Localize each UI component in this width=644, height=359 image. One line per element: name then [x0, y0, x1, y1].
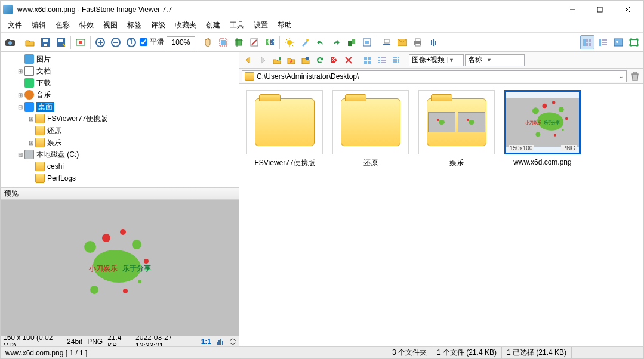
view-single-icon[interactable]	[611, 35, 625, 49]
view-list-icon[interactable]	[375, 54, 389, 67]
info-scale[interactable]: 1:1	[201, 338, 211, 346]
smooth-toggle[interactable]: 平滑	[140, 37, 165, 47]
app-icon	[3, 5, 13, 14]
folder-tree[interactable]: ·图片⊞文档·下载⊞音乐⊟桌面⊞FSViewer77便携版·还原⊞娱乐⊟本地磁盘…	[1, 52, 239, 188]
thumbnail-item[interactable]: 娱乐	[417, 90, 496, 168]
minimize-button[interactable]	[559, 1, 586, 18]
close-button[interactable]	[614, 1, 641, 18]
menu-文件[interactable]: 文件	[3, 19, 27, 32]
favorites-icon[interactable]	[285, 54, 298, 67]
adjust-light-icon[interactable]	[282, 35, 297, 49]
redo-icon[interactable]	[329, 35, 343, 49]
svg-rect-77	[378, 62, 380, 63]
info-depth: 24bit	[67, 338, 82, 346]
hand-icon[interactable]	[201, 35, 215, 49]
menu-收藏夹[interactable]: 收藏夹	[170, 19, 201, 32]
expander-icon[interactable]: ⊞	[27, 140, 35, 146]
status-folders: 3 个文件夹	[387, 347, 432, 358]
view-thumb-icon[interactable]	[580, 35, 594, 49]
settings-icon[interactable]	[426, 35, 440, 49]
menu-特效[interactable]: 特效	[75, 19, 98, 32]
histogram-icon[interactable]	[216, 338, 224, 345]
expander-icon[interactable]: ⊞	[27, 116, 35, 122]
print-icon[interactable]	[411, 35, 425, 49]
history-icon[interactable]	[299, 54, 312, 67]
menu-色彩[interactable]: 色彩	[51, 19, 75, 32]
tree-item[interactable]: ·PerfLogs	[1, 172, 239, 184]
save-icon[interactable]	[38, 35, 53, 49]
filter-type-combo[interactable]: 图像+视频▼	[409, 54, 464, 66]
menu-工具[interactable]: 工具	[225, 19, 249, 32]
svg-rect-22	[221, 40, 226, 45]
expander-icon[interactable]: ⊟	[16, 104, 24, 110]
save-as-icon[interactable]	[54, 35, 68, 49]
tag-delete-icon[interactable]	[328, 54, 341, 67]
tree-item[interactable]: ·图片	[1, 53, 239, 65]
menu-编辑[interactable]: 编辑	[27, 19, 51, 32]
tree-item[interactable]: ⊞娱乐	[1, 137, 239, 148]
tree-item[interactable]: ⊞音乐	[1, 89, 239, 101]
draw-icon[interactable]	[247, 35, 261, 49]
tree-item[interactable]: ·下载	[1, 77, 239, 89]
svg-rect-8	[43, 39, 48, 42]
tree-item[interactable]: ⊟桌面	[1, 101, 239, 113]
expander-icon[interactable]: ⊟	[16, 151, 24, 158]
address-combo[interactable]: C:\Users\Administrator\Desktop\ ⌄	[242, 70, 627, 82]
thumbnail-item[interactable]: 小刀娱乐乐于分享150x100PNGwww.x6d.com.png	[503, 90, 582, 166]
forward-icon[interactable]	[256, 54, 269, 67]
view-large-icon[interactable]	[361, 54, 374, 67]
refresh-icon[interactable]	[313, 54, 326, 67]
menu-创建[interactable]: 创建	[201, 19, 225, 32]
back-icon[interactable]	[242, 54, 255, 67]
undo-icon[interactable]	[313, 35, 328, 49]
smooth-checkbox[interactable]	[140, 38, 147, 46]
view-full-icon[interactable]	[627, 35, 641, 49]
crop-icon[interactable]	[232, 35, 246, 49]
tree-item[interactable]: ⊞文档	[1, 65, 239, 77]
view-small-icon[interactable]	[390, 54, 403, 67]
thumb-caption: FSViewer77便携版	[254, 158, 315, 168]
trash-icon[interactable]	[629, 70, 641, 82]
tree-item[interactable]: ⊟本地磁盘 (C:)	[1, 148, 239, 160]
svg-rect-86	[395, 61, 397, 63]
sort-combo[interactable]: 名称▼	[465, 54, 525, 66]
view-detail-icon[interactable]	[596, 35, 610, 49]
maximize-button[interactable]	[586, 1, 614, 18]
expander-icon[interactable]: ⊞	[16, 92, 24, 98]
select-rect-icon[interactable]	[216, 35, 230, 49]
svg-line-35	[292, 45, 293, 46]
resize-icon[interactable]	[344, 35, 359, 49]
open-icon[interactable]	[23, 35, 37, 49]
menu-视图[interactable]: 视图	[98, 19, 122, 32]
thumbnail-item[interactable]: 还原	[331, 90, 410, 168]
mail-icon[interactable]	[395, 35, 409, 49]
tree-item[interactable]: ·还原	[1, 125, 239, 137]
svg-rect-74	[381, 57, 386, 58]
scan-icon[interactable]	[380, 35, 394, 49]
up-icon[interactable]	[270, 54, 284, 67]
expand-icon[interactable]	[229, 338, 236, 345]
slideshow-icon[interactable]	[73, 35, 88, 49]
preview-pane[interactable]: 小刀娱乐乐于分享	[1, 200, 239, 336]
zoom-in-icon[interactable]	[93, 35, 107, 49]
svg-point-38	[306, 39, 309, 41]
zoom-actual-icon[interactable]: 1	[124, 35, 138, 49]
menu-帮助[interactable]: 帮助	[273, 19, 297, 32]
canvas-icon[interactable]	[360, 35, 374, 49]
zoom-value[interactable]: 100%	[167, 36, 195, 48]
tree-item[interactable]: ⊞FSViewer77便携版	[1, 113, 239, 125]
zoom-out-icon[interactable]	[109, 35, 123, 49]
menu-评级[interactable]: 评级	[146, 19, 170, 32]
menu-设置[interactable]: 设置	[249, 19, 273, 32]
svg-rect-69	[364, 57, 367, 60]
menu-标签[interactable]: 标签	[122, 19, 146, 32]
svg-rect-39	[348, 41, 352, 46]
thumbnail-item[interactable]: FSViewer77便携版	[245, 90, 324, 168]
delete-icon[interactable]	[342, 54, 355, 67]
capture-icon[interactable]	[3, 35, 17, 49]
compare-icon[interactable]: CB	[263, 35, 277, 49]
wizard-icon[interactable]	[298, 35, 312, 49]
expander-icon[interactable]: ⊞	[16, 68, 24, 75]
thumbnail-area[interactable]: FSViewer77便携版还原娱乐小刀娱乐乐于分享150x100PNGwww.x…	[239, 84, 643, 346]
tree-item[interactable]: ·ceshi	[1, 160, 239, 172]
